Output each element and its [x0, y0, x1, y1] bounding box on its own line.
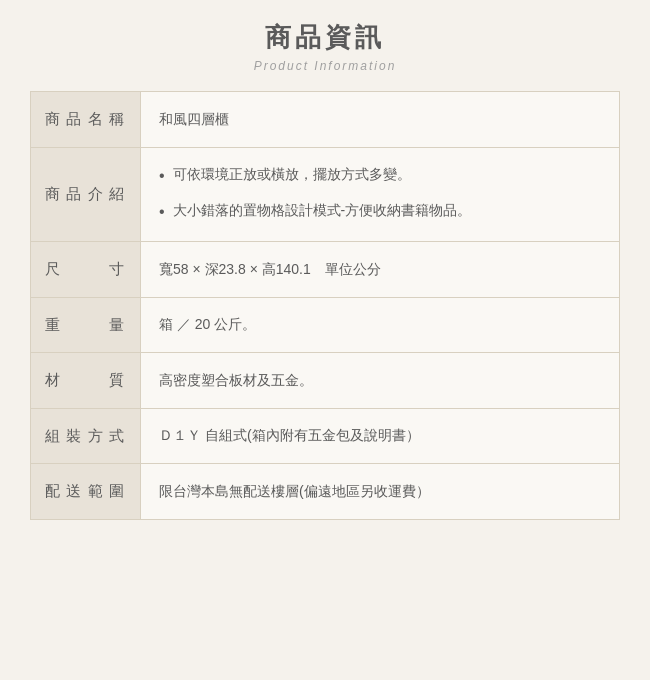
row-value: 限台灣本島無配送樓層(偏遠地區另收運費）: [141, 464, 620, 520]
bullet-icon: •: [159, 198, 165, 227]
row-label: 尺 寸: [31, 242, 141, 298]
row-label: 配送範圍: [31, 464, 141, 520]
row-label: 商品介紹: [31, 147, 141, 242]
table-row: 商品介紹•可依環境正放或橫放，擺放方式多變。•大小錯落的置物格設計模式-方便收納…: [31, 147, 620, 242]
table-row: 重 量箱 ／ 20 公斤。: [31, 297, 620, 353]
row-value: 寬58 × 深23.8 × 高140.1 單位公分: [141, 242, 620, 298]
description-item: •可依環境正放或橫放，擺放方式多變。: [159, 162, 601, 191]
row-value: 和風四層櫃: [141, 92, 620, 148]
table-row: 材 質高密度塑合板材及五金。: [31, 353, 620, 409]
row-label: 商品名稱: [31, 92, 141, 148]
page-subtitle: Product Information: [30, 59, 620, 73]
row-value: Ｄ１Ｙ 自組式(箱內附有五金包及說明書）: [141, 408, 620, 464]
table-row: 商品名稱和風四層櫃: [31, 92, 620, 148]
header: 商品資訊 Product Information: [30, 20, 620, 73]
row-label: 組裝方式: [31, 408, 141, 464]
table-row: 配送範圍限台灣本島無配送樓層(偏遠地區另收運費）: [31, 464, 620, 520]
row-value: •可依環境正放或橫放，擺放方式多變。•大小錯落的置物格設計模式-方便收納書籍物品…: [141, 147, 620, 242]
page-title: 商品資訊: [30, 20, 620, 55]
product-info-container: 商品資訊 Product Information 商品名稱和風四層櫃商品介紹•可…: [30, 20, 620, 520]
description-text: 大小錯落的置物格設計模式-方便收納書籍物品。: [173, 198, 601, 223]
table-row: 尺 寸寬58 × 深23.8 × 高140.1 單位公分: [31, 242, 620, 298]
row-value: 箱 ／ 20 公斤。: [141, 297, 620, 353]
row-label: 材 質: [31, 353, 141, 409]
description-text: 可依環境正放或橫放，擺放方式多變。: [173, 162, 601, 187]
row-label: 重 量: [31, 297, 141, 353]
description-item: •大小錯落的置物格設計模式-方便收納書籍物品。: [159, 198, 601, 227]
product-info-table: 商品名稱和風四層櫃商品介紹•可依環境正放或橫放，擺放方式多變。•大小錯落的置物格…: [30, 91, 620, 520]
table-row: 組裝方式Ｄ１Ｙ 自組式(箱內附有五金包及說明書）: [31, 408, 620, 464]
bullet-icon: •: [159, 162, 165, 191]
row-value: 高密度塑合板材及五金。: [141, 353, 620, 409]
